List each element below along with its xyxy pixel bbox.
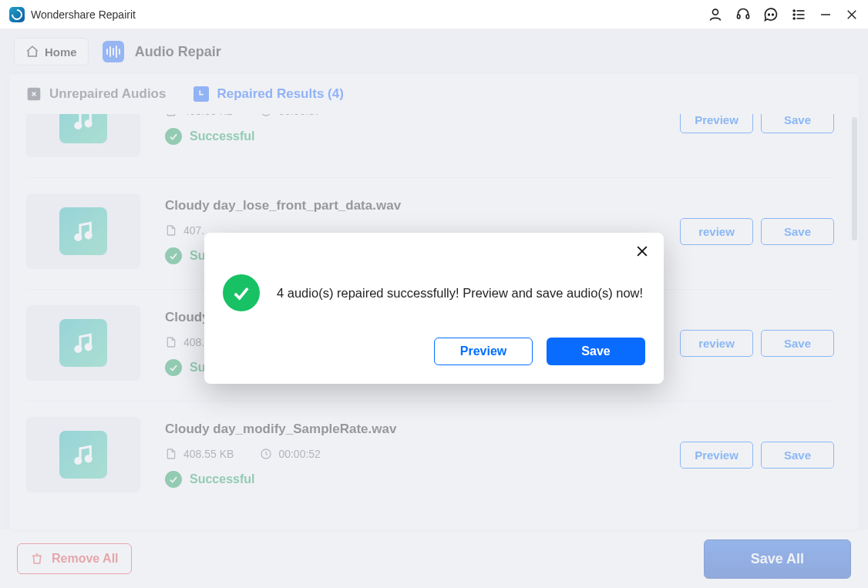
modal-overlay: 4 audio(s) repaired successfully! Previe… — [0, 29, 868, 588]
success-dialog: 4 audio(s) repaired successfully! Previe… — [204, 233, 664, 384]
app-title: Wondershare Repairit — [31, 8, 136, 21]
feedback-icon[interactable] — [763, 7, 779, 22]
dialog-save-button[interactable]: Save — [547, 338, 645, 365]
svg-point-7 — [793, 14, 795, 15]
dialog-preview-button[interactable]: Preview — [434, 338, 533, 365]
menu-icon[interactable] — [791, 7, 806, 22]
close-icon[interactable] — [845, 8, 859, 22]
svg-point-3 — [769, 14, 770, 15]
dialog-close-icon[interactable] — [634, 244, 650, 261]
svg-rect-2 — [746, 15, 749, 18]
svg-point-4 — [772, 14, 774, 15]
dialog-success-icon — [223, 274, 260, 311]
svg-point-5 — [793, 10, 795, 12]
svg-rect-1 — [738, 15, 740, 18]
support-icon[interactable] — [735, 7, 751, 22]
svg-point-0 — [713, 9, 718, 15]
app-logo-icon — [9, 7, 25, 22]
svg-point-9 — [793, 18, 795, 19]
dialog-message: 4 audio(s) repaired successfully! Previe… — [277, 286, 643, 301]
account-icon[interactable] — [708, 7, 723, 22]
title-bar: Wondershare Repairit — [0, 0, 868, 29]
minimize-icon[interactable] — [819, 8, 833, 22]
